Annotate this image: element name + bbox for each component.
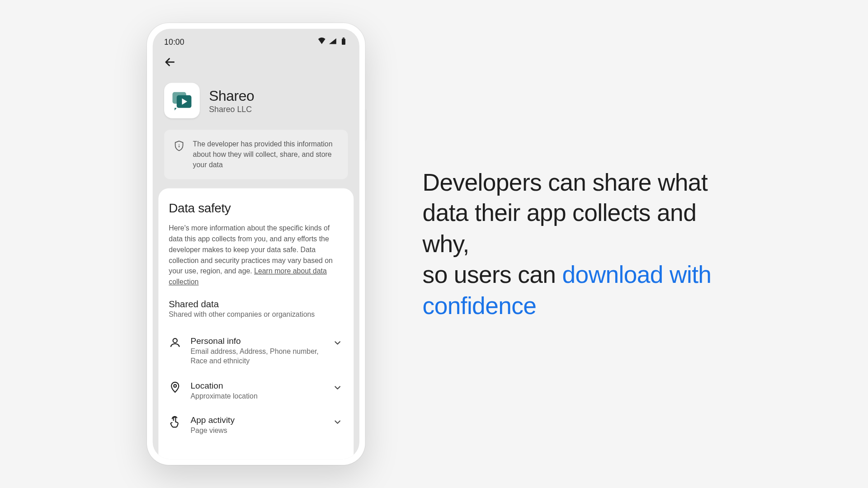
data-safety-desc: Here's more information about the specif… bbox=[169, 223, 343, 287]
back-icon[interactable] bbox=[163, 61, 177, 71]
row-sub: Page views bbox=[191, 426, 323, 436]
info-banner: The developer has provided this informat… bbox=[164, 130, 348, 179]
shield-info-icon bbox=[173, 139, 184, 154]
battery-icon bbox=[339, 37, 348, 47]
data-row-app-activity[interactable]: App activity Page views bbox=[169, 408, 343, 443]
row-title: App activity bbox=[191, 415, 323, 425]
row-title: Location bbox=[191, 380, 323, 390]
phone-screen: 10:00 Shareo Sh bbox=[153, 29, 359, 460]
shared-data-sub: Shared with other companies or organizat… bbox=[169, 310, 343, 319]
status-bar: 10:00 bbox=[153, 29, 359, 52]
shared-data-title: Shared data bbox=[169, 299, 343, 310]
marketing-headline: Developers can share what data their app… bbox=[423, 167, 721, 321]
nav-bar bbox=[153, 52, 359, 80]
chevron-down-icon bbox=[332, 336, 343, 351]
data-row-personal-info[interactable]: Personal info Email address, Address, Ph… bbox=[169, 329, 343, 374]
chevron-down-icon bbox=[332, 380, 343, 395]
person-icon bbox=[169, 336, 181, 349]
chevron-down-icon bbox=[332, 415, 343, 430]
app-icon bbox=[164, 83, 200, 118]
app-name: Shareo bbox=[209, 87, 254, 104]
touch-icon bbox=[169, 416, 181, 428]
svg-rect-1 bbox=[343, 38, 344, 38]
status-icons bbox=[317, 37, 348, 47]
row-sub: Email address, Address, Phone number, Ra… bbox=[191, 347, 323, 366]
svg-point-4 bbox=[179, 144, 179, 145]
content-card: Data safety Here's more information abou… bbox=[158, 188, 354, 459]
svg-point-7 bbox=[174, 385, 176, 387]
status-time: 10:00 bbox=[164, 38, 184, 47]
phone-frame: 10:00 Shareo Sh bbox=[147, 23, 365, 465]
data-safety-heading: Data safety bbox=[169, 201, 343, 216]
signal-icon bbox=[328, 37, 337, 47]
app-header: Shareo Shareo LLC bbox=[153, 80, 359, 130]
wifi-icon bbox=[317, 37, 326, 47]
app-developer: Shareo LLC bbox=[209, 104, 254, 113]
svg-rect-0 bbox=[342, 38, 345, 44]
svg-point-6 bbox=[173, 338, 177, 343]
row-title: Personal info bbox=[191, 336, 323, 346]
location-icon bbox=[169, 381, 181, 394]
data-row-location[interactable]: Location Approximate location bbox=[169, 374, 343, 408]
info-banner-text: The developer has provided this informat… bbox=[193, 139, 339, 170]
row-sub: Approximate location bbox=[191, 391, 323, 401]
